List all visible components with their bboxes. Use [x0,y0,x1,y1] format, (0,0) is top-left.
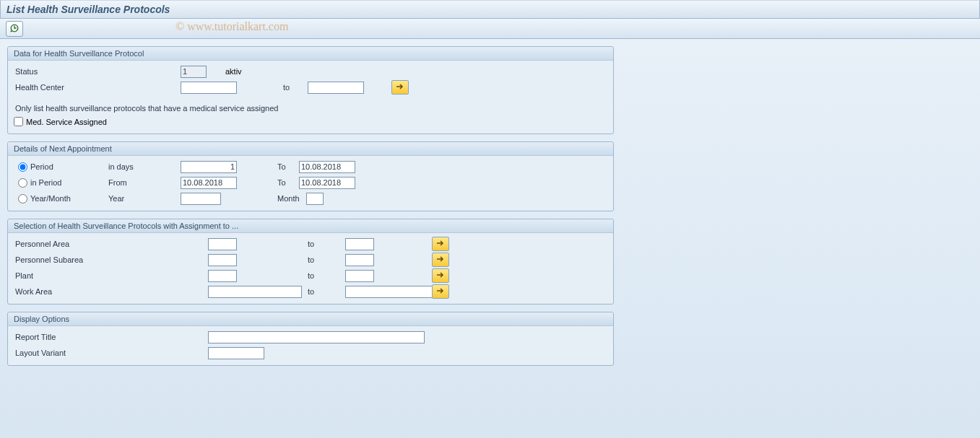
work-area-label: Work Area [14,287,178,296]
from-label: From [108,178,181,187]
days-input[interactable] [181,161,237,173]
personnel-area-label: Personnel Area [14,240,178,248]
selection-screen: Data for Health Surveillance Protocol St… [0,39,980,438]
period-radio-label: Period [30,162,108,171]
plant-to-label: to [308,271,321,280]
status-text: aktiv [225,67,242,76]
page-title-bar: List Health Surveillance Protocols [0,0,980,19]
status-label: Status [14,67,178,76]
year-label: Year [108,194,181,203]
group-display-options-title: Display Options [8,312,613,326]
group-data-protocol-title: Data for Health Surveillance Protocol [8,47,613,61]
plant-label: Plant [14,271,178,280]
health-center-high-input[interactable] [308,82,364,94]
period-to-label: To [277,162,299,171]
month-label: Month [277,194,306,203]
med-service-assigned-checkbox[interactable] [14,117,23,126]
group-assignment-selection-title: Selection of Health Surveillance Protoco… [8,219,613,233]
personnel-subarea-to-label: to [308,255,321,264]
work-area-low-input[interactable] [208,286,302,298]
plant-low-input[interactable] [208,270,237,282]
from-date-input[interactable] [181,177,237,189]
plant-high-input[interactable] [345,270,374,282]
in-days-label: in days [108,162,181,171]
group-display-options: Display Options Report Title Layout Vari… [7,312,614,366]
execute-icon [9,23,19,35]
year-month-radio[interactable] [18,194,27,203]
status-input[interactable] [181,66,207,78]
personnel-area-high-input[interactable] [345,238,374,250]
year-month-radio-label: Year/Month [30,194,108,203]
group-data-protocol: Data for Health Surveillance Protocol St… [7,46,614,134]
page-title: List Health Surveillance Protocols [6,4,170,15]
execute-button[interactable] [6,21,23,37]
in-period-to-label: To [277,178,299,187]
in-period-radio[interactable] [18,178,27,188]
plant-multiselect-button[interactable] [432,268,449,283]
application-toolbar: © www.tutorialkart.com [0,19,980,39]
personnel-subarea-multiselect-button[interactable] [432,253,449,267]
group-assignment-selection: Selection of Health Surveillance Protoco… [7,219,614,305]
personnel-area-multiselect-button[interactable] [432,237,449,251]
health-center-to-label: to [283,83,305,92]
arrow-right-icon [396,83,404,92]
personnel-area-to-label: to [308,240,321,248]
work-area-high-input[interactable] [345,286,439,298]
layout-variant-input[interactable] [208,347,264,359]
arrow-right-icon [436,287,445,296]
group-next-appointment-title: Details of Next Appointment [8,142,613,156]
month-input[interactable] [306,193,324,205]
report-title-input[interactable] [208,331,425,343]
period-radio[interactable] [18,162,27,172]
work-area-multiselect-button[interactable] [432,284,449,299]
arrow-right-icon [436,255,445,264]
med-service-assigned-label: Med. Service Assigned [26,118,107,126]
group-next-appointment: Details of Next Appointment Period in da… [7,141,614,211]
work-area-to-label: to [308,287,321,296]
personnel-subarea-high-input[interactable] [345,254,374,266]
year-input[interactable] [181,193,221,205]
health-center-label: Health Center [14,83,178,92]
in-period-radio-label: in Period [30,178,108,187]
health-center-multiselect-button[interactable] [391,80,409,95]
watermark-text: © www.tutorialkart.com [175,20,288,33]
layout-variant-label: Layout Variant [14,349,178,357]
report-title-label: Report Title [14,333,178,341]
arrow-right-icon [436,271,445,280]
health-center-low-input[interactable] [181,82,237,94]
personnel-subarea-low-input[interactable] [208,254,237,266]
arrow-right-icon [436,240,445,248]
med-service-note: Only list health surveillance protocols … [14,95,607,115]
personnel-area-low-input[interactable] [208,238,237,250]
period-to-date-input[interactable] [299,161,355,173]
personnel-subarea-label: Personnel Subarea [14,255,178,264]
in-period-to-date-input[interactable] [299,177,355,189]
